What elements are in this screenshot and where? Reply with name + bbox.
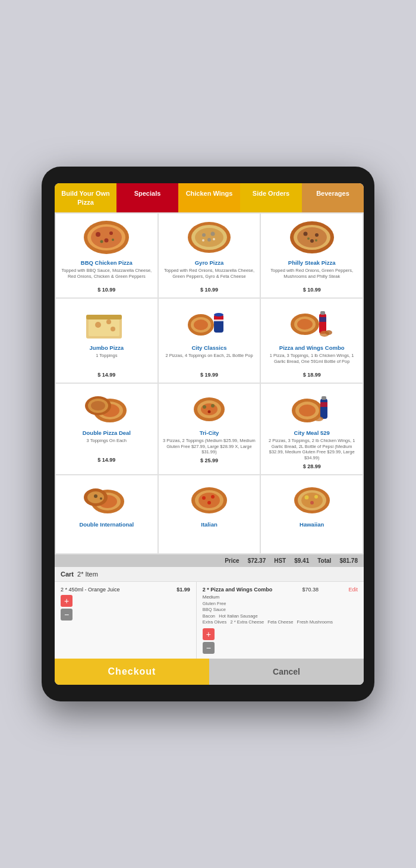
menu-item-italian[interactable]: Italian (159, 475, 260, 553)
svg-point-28 (111, 327, 115, 331)
price-bar: Price $72.37 HST $9.41 Total $81.78 (55, 554, 364, 567)
svg-point-10 (195, 228, 223, 247)
menu-item-image (80, 218, 133, 257)
svg-point-4 (109, 231, 113, 235)
svg-point-56 (207, 411, 210, 413)
item-name: Tri-City (200, 430, 219, 436)
tab-wings[interactable]: Chicken Wings (178, 183, 240, 212)
item-desc: Topped with BBQ Sauce, Mozzarella Cheese… (59, 268, 154, 284)
svg-point-21 (310, 239, 314, 243)
nav-tabs: Build Your Own Pizza Specials Chicken Wi… (55, 183, 364, 212)
svg-point-39 (297, 319, 313, 330)
svg-rect-35 (214, 319, 223, 321)
svg-point-12 (210, 232, 215, 236)
cart-label: Cart (61, 571, 74, 578)
menu-item-tri-city[interactable]: Tri-City 3 Pizzas, 2 Toppings (Medium $2… (159, 384, 260, 474)
menu-item-image (80, 480, 133, 519)
item-price: $ 10.99 (97, 287, 115, 293)
item-name: Double Pizza Deal (83, 430, 131, 436)
menu-item-double-pizza[interactable]: Double Pizza Deal 3 Toppings On Each $ 1… (56, 384, 157, 474)
menu-item-city-classics[interactable]: City Classics 2 Pizzas, 4 Toppings on Ea… (159, 299, 260, 383)
item-price: $ 25.99 (200, 457, 218, 463)
svg-rect-29 (86, 315, 122, 319)
cancel-button[interactable]: Cancel (209, 659, 364, 685)
checkout-button[interactable]: Checkout (55, 659, 209, 685)
item-desc: 3 Pizzas, 2 Toppings (Medium $25.99, Med… (162, 438, 257, 455)
svg-point-63 (314, 416, 323, 421)
hst-label: HST (274, 557, 286, 564)
svg-point-75 (211, 495, 215, 499)
item-name: Philly Steak Pizza (288, 259, 336, 266)
cart-right: 2 * Pizza and Wings Combo $70.38 Edit Me… (197, 582, 364, 659)
cart-combo-remove-button[interactable]: − (203, 642, 215, 654)
hst-value: $9.41 (294, 557, 309, 564)
cart-oj-remove-button[interactable]: − (61, 609, 73, 621)
device-frame: Build Your Own Pizza Specials Chicken Wi… (42, 167, 374, 701)
menu-item-image (80, 303, 133, 342)
menu-item-double-intl[interactable]: Double International (56, 475, 157, 553)
svg-point-26 (95, 322, 101, 328)
svg-point-22 (307, 237, 310, 240)
svg-point-13 (207, 238, 211, 242)
svg-point-6 (100, 240, 103, 243)
menu-grid: BBQ Chicken Pizza Topped with BBQ Sauce,… (55, 212, 364, 554)
menu-item-hawaiian[interactable]: Hawaiian (261, 475, 363, 553)
cart-oj-add-button[interactable]: + (61, 595, 73, 607)
cart-header: Cart 2* Item (55, 567, 364, 582)
item-desc: 2 Pizzas, 4 Toppings on Each, 2L Bottle … (165, 353, 253, 369)
menu-item-pizza-wings-combo[interactable]: Pizza and Wings Combo 1 Pizza, 3 Topping… (261, 299, 363, 383)
svg-point-20 (315, 233, 319, 237)
action-buttons: Checkout Cancel (55, 659, 364, 685)
item-desc: Topped with Red Onions, Mozzarella Chees… (162, 268, 257, 284)
item-name: Pizza and Wings Combo (279, 344, 345, 351)
item-name: Hawaiian (300, 521, 324, 528)
svg-rect-25 (89, 317, 119, 336)
cart-combo-add-button[interactable]: + (203, 628, 215, 640)
menu-item-image (182, 388, 236, 427)
svg-point-82 (310, 501, 314, 504)
item-name: Gyro Pizza (195, 259, 224, 266)
menu-item-image (285, 480, 339, 519)
cart-edit-button[interactable]: Edit (348, 587, 358, 593)
svg-point-27 (106, 319, 111, 324)
item-price: $ 19.99 (200, 372, 218, 378)
menu-item-jumbo[interactable]: Jumbo Pizza 1 Toppings $ 14.99 (56, 299, 157, 383)
cart-right-header: 2 * Pizza and Wings Combo $70.38 Edit (203, 587, 358, 593)
svg-rect-40 (319, 314, 326, 334)
cart-item-opts: Gluten FreeBBQ SauceBacon Hot Italian Sa… (203, 601, 358, 626)
svg-rect-60 (320, 399, 327, 419)
total-label: Total (317, 557, 331, 564)
svg-rect-61 (322, 396, 326, 400)
svg-point-74 (202, 496, 206, 500)
menu-item-city-meal[interactable]: City Meal 529 2 Pizzas, 3 Toppings, 2 lb… (261, 384, 363, 474)
menu-item-bbq-chicken[interactable]: BBQ Chicken Pizza Topped with BBQ Sauce,… (56, 214, 157, 297)
tab-beverages[interactable]: Beverages (302, 183, 364, 212)
svg-point-44 (325, 330, 332, 335)
menu-item-gyro[interactable]: Gyro Pizza Topped with Red Onions, Mozza… (159, 214, 260, 297)
cart-item-combo-price: $70.38 (302, 587, 319, 593)
tab-build[interactable]: Build Your Own Pizza (55, 183, 116, 212)
tab-sides[interactable]: Side Orders (240, 183, 302, 212)
menu-item-philly[interactable]: Philly Steak Pizza Topped with Red Onion… (261, 214, 363, 297)
svg-point-50 (91, 401, 105, 411)
tab-specials[interactable]: Specials (116, 183, 178, 212)
svg-point-81 (314, 495, 318, 499)
cart-item-combo-title: 2 * Pizza and Wings Combo (203, 587, 272, 593)
price-value: $72.37 (248, 557, 266, 564)
item-name: City Meal 529 (294, 430, 330, 436)
menu-item-image (182, 303, 236, 342)
svg-point-18 (297, 227, 327, 247)
item-name: Jumbo Pizza (90, 344, 124, 351)
cart-item-oj-text: 2 * 450ml - Orange Juice (61, 587, 120, 593)
svg-point-7 (112, 239, 114, 241)
svg-point-32 (194, 319, 208, 330)
item-desc: Topped with Red Onions, Green Peppers, M… (264, 268, 359, 284)
menu-item-image (285, 388, 339, 427)
svg-point-23 (315, 239, 317, 242)
svg-point-80 (304, 496, 308, 500)
svg-point-79 (301, 493, 323, 508)
svg-point-14 (202, 239, 204, 242)
item-price: $ 28.99 (303, 463, 321, 469)
cart-item-oj-price: $1.99 (177, 587, 190, 593)
cart-count: 2* Item (77, 571, 98, 578)
